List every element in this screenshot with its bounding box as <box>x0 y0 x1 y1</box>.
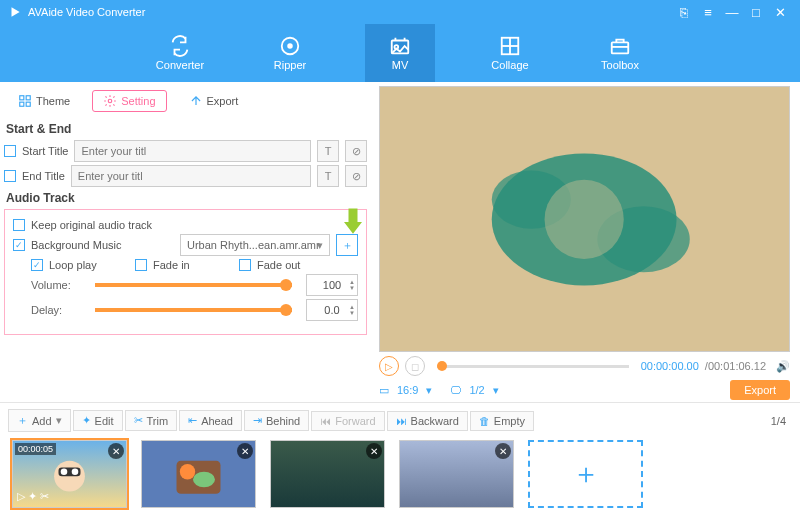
clip-thumbnails: 00:00:05 ✕ ▷ ✦ ✂ ✕ ✕ ✕ ＋ <box>8 432 792 514</box>
export-button[interactable]: Export <box>730 380 790 400</box>
backward-button[interactable]: ⏭Backward <box>387 411 468 431</box>
tab-theme-label: Theme <box>36 95 70 107</box>
fadeout-checkbox[interactable] <box>239 259 251 271</box>
preview-canvas <box>379 86 790 352</box>
window-maximize-button[interactable]: □ <box>744 5 768 20</box>
end-title-clear-button[interactable]: ⊘ <box>345 165 367 187</box>
nav-toolbox-label: Toolbox <box>601 59 639 71</box>
clip-page-count: 1/4 <box>771 415 792 427</box>
add-clip-button[interactable]: ＋ <box>528 440 643 508</box>
edit-button[interactable]: ✦Edit <box>73 410 123 431</box>
loop-checkbox[interactable] <box>31 259 43 271</box>
behind-button[interactable]: ⇥Behind <box>244 410 309 431</box>
time-current: 00:00:00.00 <box>641 360 699 372</box>
action-row: ＋Add▾ ✦Edit ✂Trim ⇤Ahead ⇥Behind ⏮Forwar… <box>8 409 792 432</box>
bgm-label: Background Music <box>31 239 174 251</box>
settings-panel: Theme Setting Export Start & End Start T… <box>0 82 375 402</box>
bgm-add-button[interactable]: ＋ <box>336 234 358 256</box>
fadein-checkbox[interactable] <box>135 259 147 271</box>
volume-slider[interactable] <box>95 283 292 287</box>
nav-collage[interactable]: Collage <box>475 24 545 82</box>
clip-1-duration: 00:00:05 <box>15 443 56 455</box>
converter-icon <box>169 35 191 57</box>
nav-ripper[interactable]: Ripper <box>255 24 325 82</box>
end-title-row: End Title T ⊘ <box>4 165 367 187</box>
tab-setting[interactable]: Setting <box>92 90 166 112</box>
app-logo-icon <box>8 5 22 19</box>
end-title-label: End Title <box>22 170 65 182</box>
empty-button[interactable]: 🗑Empty <box>470 411 534 431</box>
clip-thumbnail-4[interactable]: ✕ <box>399 440 514 508</box>
svg-point-27 <box>180 464 195 479</box>
svg-marker-0 <box>12 7 20 16</box>
svg-point-22 <box>54 461 85 492</box>
svg-point-28 <box>193 472 215 487</box>
tab-theme[interactable]: Theme <box>8 90 80 112</box>
delay-slider[interactable] <box>95 308 292 312</box>
bgm-checkbox[interactable] <box>13 239 25 251</box>
ahead-button[interactable]: ⇤Ahead <box>179 410 242 431</box>
add-button[interactable]: ＋Add▾ <box>8 409 71 432</box>
loop-label: Loop play <box>49 259 129 271</box>
start-title-font-button[interactable]: T <box>317 140 339 162</box>
ripper-icon <box>279 35 301 57</box>
aspect-value[interactable]: 16:9 <box>397 384 418 396</box>
menu-icon[interactable]: ≡ <box>696 5 720 20</box>
clip-3-remove-button[interactable]: ✕ <box>366 443 382 459</box>
top-nav: Converter Ripper MV Collage Toolbox <box>0 24 800 82</box>
window-minimize-button[interactable]: — <box>720 5 744 20</box>
aspect-dropdown-icon[interactable]: ▾ <box>426 384 432 397</box>
svg-point-24 <box>61 469 68 476</box>
collage-icon <box>499 35 521 57</box>
window-close-button[interactable]: ✕ <box>768 5 792 20</box>
bgm-file-value: Urban Rhyth...ean.amr.amr <box>187 239 320 251</box>
clip-1-remove-button[interactable]: ✕ <box>108 443 124 459</box>
preview-panel: ▷ ◻ 00:00:00.00/00:01:06.12 🔊 ▭ 16:9 ▾ 🖵… <box>375 82 800 402</box>
player-controls: ▷ ◻ 00:00:00.00/00:01:06.12 🔊 <box>379 352 790 380</box>
clip-thumbnail-3[interactable]: ✕ <box>270 440 385 508</box>
section-start-end: Start & End <box>6 122 367 136</box>
export-icon <box>189 94 203 108</box>
convert-queue-icon[interactable]: ⎘ <box>672 5 696 20</box>
clip-thumbnail-1[interactable]: 00:00:05 ✕ ▷ ✦ ✂ <box>12 440 127 508</box>
nav-mv-label: MV <box>392 59 409 71</box>
preview-image <box>441 127 727 312</box>
volume-icon[interactable]: 🔊 <box>776 360 790 373</box>
screen-icon: 🖵 <box>450 384 461 396</box>
trim-button[interactable]: ✂Trim <box>125 410 178 431</box>
fadein-label: Fade in <box>153 259 233 271</box>
nav-ripper-label: Ripper <box>274 59 306 71</box>
nav-converter-label: Converter <box>156 59 204 71</box>
svg-point-16 <box>109 99 113 103</box>
nav-toolbox[interactable]: Toolbox <box>585 24 655 82</box>
volume-label: Volume: <box>31 279 81 291</box>
toolbox-icon <box>609 35 631 57</box>
delay-value[interactable]: 0.0▲▼ <box>306 299 358 321</box>
start-title-clear-button[interactable]: ⊘ <box>345 140 367 162</box>
end-title-input[interactable] <box>71 165 311 187</box>
start-title-checkbox[interactable] <box>4 145 16 157</box>
main-area: Theme Setting Export Start & End Start T… <box>0 82 800 402</box>
clip-thumbnail-2[interactable]: ✕ <box>141 440 256 508</box>
clip-4-remove-button[interactable]: ✕ <box>495 443 511 459</box>
bgm-file-dropdown[interactable]: Urban Rhyth...ean.amr.amr <box>180 234 330 256</box>
time-total: /00:01:06.12 <box>705 360 766 372</box>
callout-arrow-icon <box>344 208 362 236</box>
clip-2-remove-button[interactable]: ✕ <box>237 443 253 459</box>
play-button[interactable]: ▷ <box>379 356 399 376</box>
volume-value[interactable]: 100▲▼ <box>306 274 358 296</box>
clip-1-overlay-controls[interactable]: ▷ ✦ ✂ <box>17 490 49 503</box>
start-title-input[interactable] <box>74 140 311 162</box>
preview-page-dropdown-icon[interactable]: ▾ <box>493 384 499 397</box>
end-title-font-button[interactable]: T <box>317 165 339 187</box>
audio-track-box: Keep original audio track Background Mus… <box>4 209 367 335</box>
tab-export[interactable]: Export <box>179 90 249 112</box>
keep-original-checkbox[interactable] <box>13 219 25 231</box>
start-title-label: Start Title <box>22 145 68 157</box>
end-title-checkbox[interactable] <box>4 170 16 182</box>
nav-mv[interactable]: MV <box>365 24 435 82</box>
nav-converter[interactable]: Converter <box>145 24 215 82</box>
progress-bar[interactable] <box>437 365 629 368</box>
stop-button[interactable]: ◻ <box>405 356 425 376</box>
aspect-row: ▭ 16:9 ▾ 🖵 1/2 ▾ Export <box>379 380 790 400</box>
